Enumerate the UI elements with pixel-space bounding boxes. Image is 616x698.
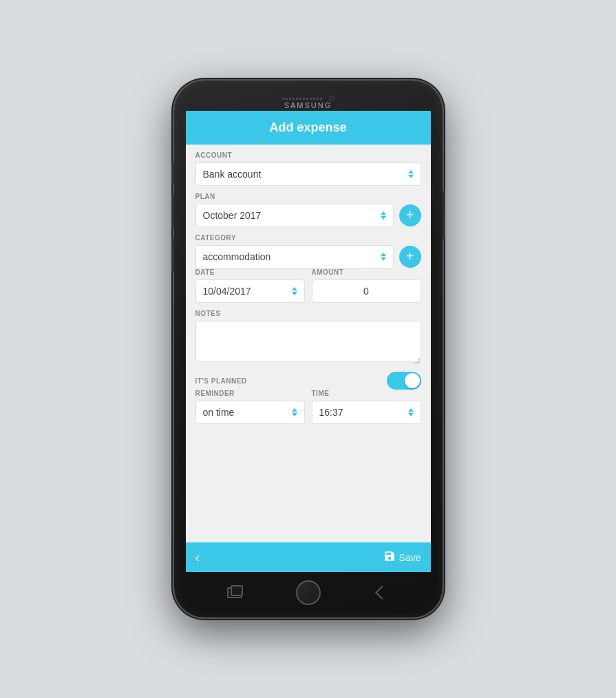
reminder-time-row: REMINDER on time TIME 16:37 [195, 390, 421, 424]
add-plan-button[interactable]: + [399, 204, 421, 226]
account-arrows [408, 170, 414, 178]
recent-apps-button[interactable] [227, 587, 242, 598]
plan-row: October 2017 + [195, 204, 421, 227]
camera-button[interactable] [171, 237, 174, 272]
account-select[interactable]: Bank account [195, 162, 421, 186]
toggle-knob [405, 373, 420, 388]
home-button[interactable] [296, 580, 321, 605]
planned-row: IT'S PLANNED [195, 372, 421, 390]
phone-top-bar: SAMSUNG [180, 89, 437, 108]
app-bottom-bar: ‹ Save [186, 542, 431, 572]
account-arrow-up [408, 170, 414, 173]
time-label: TIME [312, 390, 421, 397]
time-value: 16:37 [319, 407, 343, 418]
save-icon [383, 550, 396, 565]
reminder-value: on time [203, 407, 235, 418]
time-input[interactable]: 16:37 [312, 401, 421, 424]
back-button[interactable]: ‹ [195, 549, 200, 565]
plan-arrows [381, 211, 386, 220]
account-value: Bank account [203, 169, 262, 180]
category-arrow-down [381, 257, 386, 261]
plan-label: PLAN [195, 193, 421, 200]
category-row: accommodation + [195, 245, 421, 268]
plan-select[interactable]: October 2017 [195, 204, 394, 227]
brand-label: SAMSUNG [284, 101, 332, 109]
date-input[interactable]: 10/04/2017 [195, 279, 305, 303]
plus-icon: + [406, 208, 414, 222]
speaker [282, 98, 322, 100]
app-header: Add expense [186, 111, 431, 145]
app-title: Add expense [195, 120, 421, 135]
reminder-input[interactable]: on time [195, 401, 305, 424]
plus-icon: + [406, 249, 414, 263]
category-select[interactable]: accommodation [195, 245, 394, 268]
date-arrows [292, 287, 297, 295]
planned-toggle[interactable] [387, 372, 421, 390]
amount-input[interactable]: 0 [312, 279, 421, 303]
save-button[interactable]: Save [383, 550, 421, 565]
account-arrow-down [408, 175, 414, 178]
planned-label: IT'S PLANNED [195, 377, 247, 385]
reminder-col: REMINDER on time [195, 390, 305, 424]
reminder-label: REMINDER [195, 390, 305, 397]
time-arrow-down [408, 413, 414, 416]
form-content: ACCOUNT Bank account PLAN October 2017 [186, 145, 431, 542]
time-arrow-up [408, 408, 414, 412]
account-row: Bank account [195, 162, 421, 186]
amount-label: AMOUNT [312, 268, 421, 276]
category-value: accommodation [203, 251, 271, 262]
phone-screen: Add expense ACCOUNT Bank account PLAN Oc [186, 111, 431, 572]
power-button[interactable] [443, 191, 445, 239]
phone-nav-bar [180, 575, 437, 611]
save-label: Save [399, 552, 421, 563]
amount-value: 0 [319, 286, 414, 297]
date-col: DATE 10/04/2017 [195, 268, 305, 303]
account-label: ACCOUNT [195, 151, 421, 159]
time-arrows [408, 408, 414, 416]
notes-input[interactable] [195, 321, 421, 362]
category-arrows [381, 253, 386, 261]
time-col: TIME 16:37 [312, 390, 421, 424]
plan-value: October 2017 [203, 210, 262, 221]
category-label: CATEGORY [195, 234, 421, 242]
amount-col: AMOUNT 0 [312, 268, 421, 303]
add-category-button[interactable]: + [399, 246, 421, 268]
volume-up-button[interactable] [171, 163, 174, 184]
date-amount-row: DATE 10/04/2017 AMOUNT 0 [195, 268, 421, 303]
front-camera [329, 96, 334, 101]
volume-down-button[interactable] [171, 194, 174, 229]
plan-arrow-down [381, 216, 386, 220]
date-label: DATE [195, 268, 305, 276]
date-arrow-down [292, 292, 297, 295]
date-arrow-up [292, 287, 297, 290]
plan-arrow-up [381, 211, 386, 215]
reminder-arrow-up [292, 408, 297, 412]
reminder-arrow-down [292, 413, 297, 416]
textarea-resize-handle [414, 358, 420, 363]
notes-label: NOTES [195, 310, 421, 317]
back-nav-button[interactable] [375, 586, 389, 600]
notes-container [195, 321, 421, 365]
phone-device: SAMSUNG Add expense ACCOUNT Bank account [174, 81, 443, 617]
date-value: 10/04/2017 [203, 286, 251, 297]
category-arrow-up [381, 253, 386, 256]
reminder-arrows [292, 408, 297, 416]
